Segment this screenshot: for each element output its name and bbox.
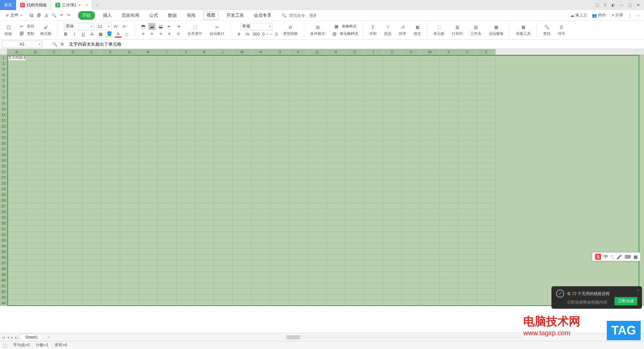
cell[interactable] — [45, 243, 64, 249]
cell[interactable] — [364, 243, 383, 249]
cell[interactable] — [289, 255, 308, 260]
cell[interactable] — [439, 209, 458, 215]
row-header[interactable]: 15 — [0, 135, 7, 141]
cell[interactable] — [158, 272, 176, 278]
cell[interactable] — [270, 266, 289, 272]
cell[interactable] — [421, 146, 439, 152]
cell[interactable] — [270, 118, 289, 123]
cell[interactable] — [308, 215, 327, 220]
cell[interactable] — [383, 123, 402, 129]
cell[interactable] — [83, 232, 101, 238]
cell[interactable] — [176, 272, 195, 278]
cell[interactable] — [83, 209, 101, 215]
cell[interactable] — [64, 152, 83, 158]
cell[interactable] — [421, 89, 439, 95]
layout-icon[interactable]: ▢ — [595, 3, 599, 7]
cell[interactable] — [158, 112, 176, 118]
coop-button[interactable]: 👥协作 — [592, 12, 606, 18]
cell[interactable] — [402, 141, 421, 146]
cell[interactable] — [83, 181, 101, 186]
cell[interactable] — [83, 186, 101, 192]
cell[interactable] — [233, 215, 252, 220]
row-header[interactable]: 10 — [0, 106, 7, 112]
cell[interactable] — [477, 135, 496, 141]
cell[interactable] — [327, 175, 345, 181]
cell[interactable] — [402, 66, 421, 72]
cell[interactable] — [7, 106, 26, 112]
cell[interactable] — [327, 295, 345, 300]
cell[interactable] — [364, 89, 383, 95]
menu-member[interactable]: 会员专享 — [252, 11, 273, 20]
cell[interactable] — [233, 289, 252, 295]
cell[interactable] — [270, 272, 289, 278]
cell[interactable] — [26, 203, 45, 209]
cell[interactable] — [195, 146, 214, 152]
file-menu[interactable]: ≡ 文件 ▾ — [3, 11, 25, 19]
cell[interactable] — [421, 135, 439, 141]
align-bottom-icon[interactable]: ⬓ — [157, 23, 164, 30]
cell[interactable] — [195, 106, 214, 112]
cell[interactable] — [252, 84, 270, 89]
cell[interactable] — [270, 129, 289, 135]
cell[interactable] — [327, 163, 345, 169]
cell[interactable] — [308, 249, 327, 255]
cell[interactable] — [458, 106, 477, 112]
formula-input[interactable] — [67, 41, 644, 48]
cell[interactable] — [458, 186, 477, 192]
cell[interactable] — [7, 238, 26, 243]
col-header[interactable]: L — [214, 49, 233, 55]
cell[interactable] — [252, 158, 270, 163]
cell[interactable] — [402, 163, 421, 169]
cell[interactable] — [26, 283, 45, 289]
cell[interactable] — [214, 266, 233, 272]
col-header[interactable]: H — [139, 49, 158, 55]
cell[interactable] — [308, 175, 327, 181]
cell[interactable] — [7, 141, 26, 146]
cell[interactable] — [252, 152, 270, 158]
cell[interactable] — [458, 123, 477, 129]
cell[interactable] — [195, 169, 214, 175]
cell[interactable] — [252, 106, 270, 112]
align-right-icon[interactable]: ≡ — [157, 31, 164, 37]
cell[interactable] — [327, 123, 345, 129]
cell[interactable] — [289, 61, 308, 66]
cell[interactable] — [383, 300, 402, 306]
cell[interactable] — [139, 266, 158, 272]
cell[interactable] — [308, 55, 327, 61]
cell[interactable] — [214, 272, 233, 278]
cell[interactable] — [308, 203, 327, 209]
row-header[interactable]: 13 — [0, 123, 7, 129]
cell[interactable] — [195, 72, 214, 78]
cell[interactable] — [289, 123, 308, 129]
cell[interactable] — [64, 89, 83, 95]
cell[interactable] — [195, 260, 214, 266]
cell[interactable] — [252, 146, 270, 152]
cell[interactable] — [26, 169, 45, 175]
cell[interactable] — [176, 192, 195, 198]
cell[interactable] — [195, 89, 214, 95]
cell[interactable] — [289, 198, 308, 203]
cell[interactable] — [195, 283, 214, 289]
row-header[interactable]: 5 — [0, 78, 7, 84]
cell[interactable] — [233, 249, 252, 255]
cell[interactable] — [64, 84, 83, 89]
cell[interactable] — [7, 135, 26, 141]
cell[interactable] — [383, 203, 402, 209]
freeze-button[interactable]: ▦冻结窗格 — [487, 23, 505, 37]
cell[interactable] — [64, 272, 83, 278]
cell[interactable] — [120, 61, 139, 66]
cell[interactable] — [289, 181, 308, 186]
cell[interactable] — [83, 215, 101, 220]
cell[interactable] — [26, 226, 45, 232]
cell[interactable] — [83, 283, 101, 289]
cell[interactable] — [345, 266, 364, 272]
cell[interactable] — [327, 283, 345, 289]
cell[interactable] — [101, 78, 120, 84]
cell-button[interactable]: ⬚单元格 — [432, 23, 446, 37]
cell[interactable] — [327, 243, 345, 249]
align-top-icon[interactable]: ⬒ — [140, 23, 147, 30]
cell[interactable] — [139, 220, 158, 226]
cell[interactable] — [195, 289, 214, 295]
cell[interactable] — [345, 220, 364, 226]
cell[interactable] — [83, 55, 101, 61]
